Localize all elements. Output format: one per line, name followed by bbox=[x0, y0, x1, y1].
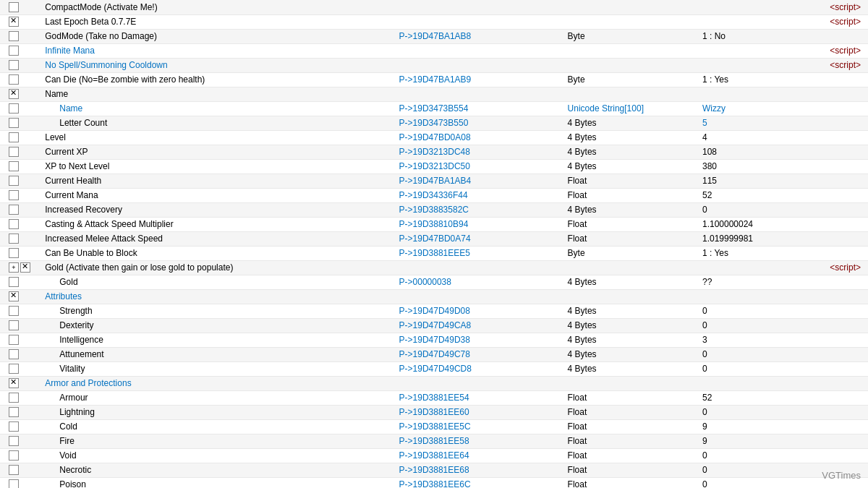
checkbox[interactable] bbox=[9, 479, 19, 488]
value-cell: 5 bbox=[699, 116, 868, 130]
type-cell bbox=[565, 87, 699, 101]
check-cell bbox=[0, 448, 42, 463]
checkbox[interactable] bbox=[9, 320, 19, 330]
address-cell: P->19D47BA1AB9 bbox=[396, 72, 565, 87]
table-row: VitalityP->19D47D49CD84 Bytes0 bbox=[0, 361, 868, 376]
type-cell: Float bbox=[565, 448, 699, 463]
checkbox[interactable] bbox=[9, 2, 19, 12]
checkbox[interactable] bbox=[9, 103, 19, 114]
checkbox[interactable] bbox=[9, 205, 19, 215]
checkbox[interactable] bbox=[9, 349, 19, 359]
check-cell bbox=[0, 116, 42, 130]
type-cell: 4 Bytes bbox=[565, 304, 699, 318]
address-cell: P->19D3881EE68 bbox=[396, 463, 565, 477]
type-cell: Float bbox=[565, 463, 699, 477]
check-cell bbox=[0, 376, 42, 390]
checkbox[interactable] bbox=[9, 118, 19, 128]
table-row: Current HealthP->19D47BA1AB4Float115 bbox=[0, 174, 868, 188]
checkbox[interactable] bbox=[20, 262, 30, 273]
address-cell: P->19D3213DC48 bbox=[396, 145, 565, 159]
checkbox[interactable] bbox=[9, 335, 19, 345]
value-cell: 9 bbox=[699, 434, 868, 448]
type-cell: Float bbox=[565, 174, 699, 188]
type-cell bbox=[565, 260, 699, 275]
check-cell bbox=[0, 361, 42, 376]
cheat-table: CompactMode (Activate Me!)<script>Last E… bbox=[0, 0, 868, 488]
expand-icon[interactable]: + bbox=[9, 262, 19, 273]
checkbox[interactable] bbox=[9, 407, 19, 417]
entry-name: Attributes bbox=[42, 289, 396, 304]
entry-name: Infinite Mana bbox=[42, 43, 396, 58]
checkbox[interactable] bbox=[9, 89, 19, 99]
checkbox[interactable] bbox=[9, 132, 19, 142]
checkbox[interactable] bbox=[9, 74, 19, 85]
type-cell: Byte bbox=[565, 246, 699, 260]
table-row: LightningP->19D3881EE60Float0 bbox=[0, 405, 868, 419]
main-table-container: CompactMode (Activate Me!)<script>Last E… bbox=[0, 0, 868, 488]
checkbox[interactable] bbox=[9, 465, 19, 475]
checkbox[interactable] bbox=[9, 190, 19, 200]
address-cell bbox=[396, 289, 565, 304]
value-cell: 0 bbox=[699, 405, 868, 419]
value-cell: 108 bbox=[699, 145, 868, 159]
address-cell bbox=[396, 260, 565, 275]
table-row: NameP->19D3473B554Unicode String[100]Wiz… bbox=[0, 101, 868, 116]
checkbox[interactable] bbox=[9, 161, 19, 171]
checkbox[interactable] bbox=[9, 291, 19, 301]
check-cell bbox=[0, 72, 42, 87]
address-cell bbox=[396, 14, 565, 29]
check-cell bbox=[0, 188, 42, 202]
check-cell bbox=[0, 246, 42, 260]
value-cell: 1.100000024 bbox=[699, 217, 868, 231]
checkbox[interactable] bbox=[9, 277, 19, 287]
value-cell: <script> bbox=[699, 0, 868, 14]
table-row: Last Epoch Beta 0.7.7E<script> bbox=[0, 14, 868, 29]
checkbox[interactable] bbox=[9, 450, 19, 461]
checkbox[interactable] bbox=[9, 46, 19, 56]
address-cell: P->19D47D49CA8 bbox=[396, 318, 565, 333]
entry-name: Armor and Protections bbox=[42, 376, 396, 390]
checkbox[interactable] bbox=[9, 436, 19, 446]
checkbox[interactable] bbox=[9, 421, 19, 432]
value-cell: 52 bbox=[699, 188, 868, 202]
type-cell: 4 Bytes bbox=[565, 130, 699, 145]
checkbox[interactable] bbox=[9, 147, 19, 157]
table-row: GodMode (Take no Damage)P->19D47BA1AB8By… bbox=[0, 29, 868, 43]
checkbox[interactable] bbox=[9, 219, 19, 229]
value-cell: 1 : Yes bbox=[699, 72, 868, 87]
check-cell bbox=[0, 318, 42, 333]
value-cell bbox=[699, 376, 868, 390]
check-cell: + bbox=[0, 260, 42, 275]
checkbox[interactable] bbox=[9, 17, 19, 27]
value-cell: 9 bbox=[699, 419, 868, 434]
vgtimes-watermark: VGTimes bbox=[822, 470, 861, 481]
type-cell bbox=[565, 14, 699, 29]
checkbox[interactable] bbox=[9, 176, 19, 186]
check-cell bbox=[0, 145, 42, 159]
table-row: Can Die (No=Be zombie with zero health)P… bbox=[0, 72, 868, 87]
value-cell: 115 bbox=[699, 174, 868, 188]
checkbox[interactable] bbox=[9, 248, 19, 258]
check-cell bbox=[0, 333, 42, 347]
entry-name: Increased Recovery bbox=[42, 202, 396, 217]
check-cell bbox=[0, 463, 42, 477]
table-row: LevelP->19D47BD0A084 Bytes4 bbox=[0, 130, 868, 145]
table-row: Attributes bbox=[0, 289, 868, 304]
type-cell: 4 Bytes bbox=[565, 159, 699, 174]
table-row: Current XPP->19D3213DC484 Bytes108 bbox=[0, 145, 868, 159]
checkbox[interactable] bbox=[9, 60, 19, 70]
checkbox[interactable] bbox=[9, 31, 19, 41]
table-row: StrengthP->19D47D49D084 Bytes0 bbox=[0, 304, 868, 318]
checkbox[interactable] bbox=[9, 393, 19, 403]
checkbox[interactable] bbox=[9, 364, 19, 374]
address-cell bbox=[396, 43, 565, 58]
address-cell: P->19D3881EEE5 bbox=[396, 246, 565, 260]
entry-name: CompactMode (Activate Me!) bbox=[42, 0, 396, 14]
checkbox[interactable] bbox=[9, 306, 19, 316]
address-cell bbox=[396, 58, 565, 72]
value-cell: 1.019999981 bbox=[699, 231, 868, 246]
checkbox[interactable] bbox=[9, 234, 19, 244]
type-cell: Byte bbox=[565, 29, 699, 43]
value-cell: 0 bbox=[699, 448, 868, 463]
checkbox[interactable] bbox=[9, 378, 19, 388]
